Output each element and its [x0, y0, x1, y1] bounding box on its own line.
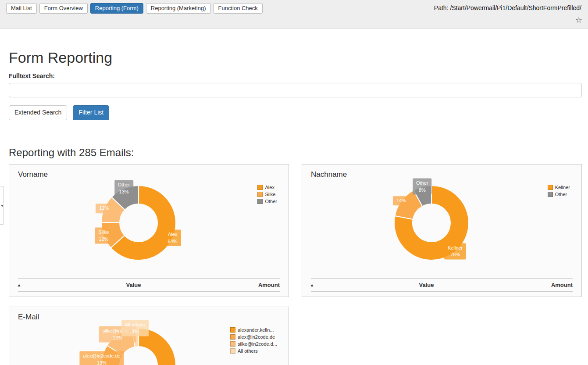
legend-swatch-icon [230, 327, 235, 333]
legend-label: Kellner [555, 185, 570, 190]
reporting-heading: Reporting with 285 Emails: [9, 147, 582, 159]
search-input[interactable] [9, 83, 582, 97]
top-bar: Mail List Form Overview Reporting (Form)… [0, 0, 588, 29]
slice-label: 14% [393, 196, 410, 205]
sort-caret-icon[interactable]: ▴ [18, 283, 31, 287]
bookmark-star-icon[interactable]: ☆ [575, 16, 582, 24]
tab-reporting-marketing[interactable]: Reporting (Marketing) [146, 3, 211, 14]
donut-chart-area: AlexSilkeOther Alex64%Silke12%12%Other13… [9, 182, 289, 278]
slice-label: Alex64% [164, 230, 181, 246]
slice-label: Other13% [114, 180, 134, 197]
sort-caret-icon[interactable]: ▴ [311, 283, 324, 287]
legend-swatch-icon [230, 334, 235, 340]
chart-panel-email: E-Mail alexander.kelln...alex@in2code.de… [9, 307, 289, 365]
chart-legend: AlexSilkeOther [257, 185, 277, 204]
sidebar-collapse-handle[interactable]: ◂ [0, 186, 4, 225]
chart-panel-vorname: Vorname AlexSilkeOther Alex64%Silke12%12… [9, 164, 289, 297]
legend-item[interactable]: All others [230, 348, 277, 354]
slice-label: All others3% [121, 320, 149, 336]
legend-item[interactable]: silke@in2code.d... [230, 341, 277, 347]
page-path: Path: /Start/Powermail/Pi1/Default/Short… [434, 4, 581, 11]
chart-legend: KellnerOther [548, 185, 570, 197]
charts-grid: Vorname AlexSilkeOther Alex64%Silke12%12… [9, 164, 582, 365]
legend-label: All others [238, 348, 258, 354]
slice-label: alex@in2code.de13% [79, 351, 124, 365]
slice-label: 12% [96, 204, 112, 213]
legend-item[interactable]: Silke [257, 192, 277, 197]
search-buttons: Extended Search Filter List [9, 105, 582, 120]
slice-label: Other8% [413, 179, 432, 195]
filter-list-button[interactable]: Filter List [73, 105, 109, 120]
extended-search-button[interactable]: Extended Search [9, 105, 67, 120]
chart-table-header: ▴ Value Amount [18, 278, 280, 292]
tab-mail-list[interactable]: Mail List [6, 3, 37, 14]
legend-label: Silke [265, 192, 275, 197]
collapse-arrow-icon: ◂ [1, 204, 3, 208]
value-column-header[interactable]: Value [31, 282, 236, 288]
tab-reporting-form[interactable]: Reporting (Form) [90, 3, 143, 14]
donut-chart [90, 175, 187, 271]
legend-swatch-icon [257, 185, 263, 190]
legend-item[interactable]: Alex [257, 185, 277, 190]
legend-label: Other [265, 199, 277, 204]
value-column-header[interactable]: Value [324, 282, 529, 288]
legend-label: alexander.kelln... [238, 327, 274, 333]
legend-swatch-icon [230, 348, 235, 354]
legend-item[interactable]: alexander.kelln... [230, 327, 277, 333]
legend-swatch-icon [257, 192, 263, 197]
slice-label: Kellner78% [444, 243, 466, 260]
legend-swatch-icon [548, 192, 553, 197]
legend-label: alex@in2code.de [238, 334, 275, 340]
legend-item[interactable]: Other [548, 192, 570, 197]
legend-swatch-icon [257, 199, 263, 204]
main-content: Form Reporting Fulltext Search: Extended… [0, 49, 588, 365]
legend-label: Alex [265, 185, 274, 190]
slice-label: Silke12% [95, 228, 112, 244]
chart-legend: alexander.kelln...alex@in2code.desilke@i… [230, 327, 277, 354]
amount-column-header[interactable]: Amount [236, 282, 280, 288]
legend-label: silke@in2code.d... [238, 341, 277, 347]
donut-chart-area: KellnerOther Kellner78%14%Other8% [302, 182, 581, 278]
tab-function-check[interactable]: Function Check [214, 3, 263, 14]
legend-label: Other [555, 192, 567, 197]
fulltext-search-label: Fulltext Search: [9, 72, 582, 79]
page-title: Form Reporting [9, 49, 582, 66]
amount-column-header[interactable]: Amount [529, 282, 573, 288]
chart-table-header: ▴ Value Amount [311, 278, 573, 292]
legend-swatch-icon [230, 341, 235, 347]
donut-chart-area: alexander.kelln...alex@in2code.desilke@i… [9, 325, 289, 365]
legend-item[interactable]: alex@in2code.de [230, 334, 277, 340]
chart-panel-nachname: Nachname KellnerOther Kellner78%14%Other… [302, 164, 582, 297]
legend-item[interactable]: Kellner [548, 185, 570, 190]
module-tabs: Mail List Form Overview Reporting (Form)… [6, 3, 263, 14]
legend-item[interactable]: Other [257, 199, 277, 204]
tab-form-overview[interactable]: Form Overview [39, 3, 88, 14]
legend-swatch-icon [548, 185, 553, 190]
